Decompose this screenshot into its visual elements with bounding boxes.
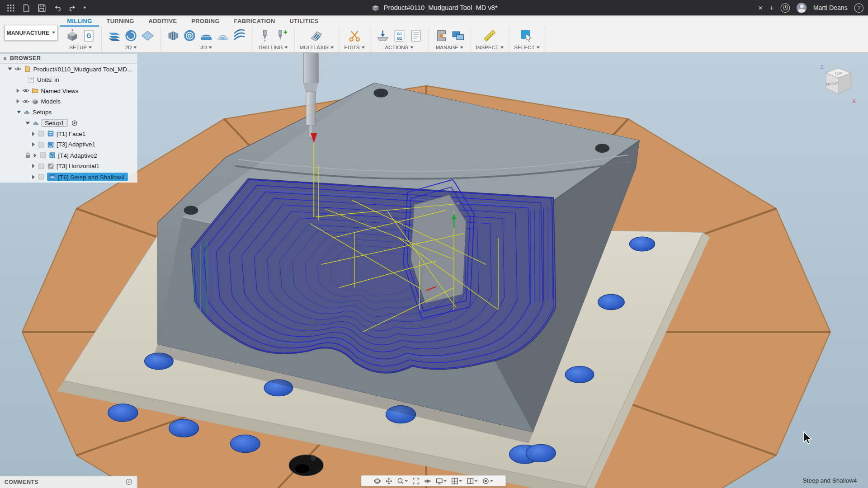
- file-icon[interactable]: [21, 3, 31, 13]
- active-setup-radio-icon[interactable]: [71, 119, 78, 127]
- tree-item-root[interactable]: Product#0110_Mudguard Tool_MD...: [0, 64, 137, 75]
- eye-icon[interactable]: [22, 87, 29, 94]
- display-settings-icon[interactable]: [434, 477, 448, 485]
- post-process-icon[interactable]: G1G2: [392, 28, 406, 43]
- close-tab-icon[interactable]: ×: [758, 4, 763, 12]
- swarf-icon[interactable]: [309, 28, 324, 43]
- mouse-cursor: [803, 432, 814, 445]
- document-icon: [28, 76, 35, 84]
- drill-icon[interactable]: [257, 28, 272, 43]
- adaptive-2d-icon[interactable]: [123, 28, 138, 43]
- help-icon[interactable]: ?: [854, 3, 863, 13]
- steep-and-shallow-icon[interactable]: [199, 28, 214, 43]
- measure-icon[interactable]: [482, 28, 497, 43]
- caret-expanded-icon[interactable]: [25, 122, 30, 124]
- new-tab-icon[interactable]: +: [769, 4, 774, 12]
- viewcube[interactable]: Z X TOP FRONT: [816, 60, 860, 106]
- zoom-icon[interactable]: [395, 477, 410, 485]
- ghost-op-icon: [38, 141, 45, 148]
- comments-bar[interactable]: COMMENTS: [0, 476, 137, 488]
- tree-item-face1[interactable]: [T1] Face1: [0, 128, 137, 139]
- tab-probing[interactable]: PROBING: [184, 15, 226, 26]
- tree-item-horizontal1[interactable]: [T3] Horizontal1: [0, 161, 137, 172]
- ribbon-groups: G SETUP 2D: [60, 27, 545, 53]
- caret-expanded-icon[interactable]: [17, 111, 21, 113]
- viewcube-front-label: FRONT: [826, 82, 838, 87]
- caret-collapsed-icon[interactable]: [32, 142, 35, 147]
- viewports-icon[interactable]: [465, 477, 480, 485]
- face-milling-icon[interactable]: [107, 28, 122, 43]
- tree-item-setups[interactable]: Setups: [0, 107, 137, 117]
- gcode-document-icon[interactable]: G: [81, 28, 96, 43]
- avatar[interactable]: [797, 3, 807, 13]
- caret-collapsed-icon[interactable]: [32, 164, 35, 169]
- setup-sheet-icon[interactable]: [408, 28, 423, 43]
- drilling-dropdown[interactable]: DRILLING: [259, 44, 288, 50]
- tab-turning[interactable]: TURNING: [99, 15, 142, 26]
- undo-icon[interactable]: [52, 3, 62, 13]
- apps-grid-icon[interactable]: [5, 3, 15, 13]
- chamfer-2d-icon[interactable]: [140, 28, 155, 43]
- tap-drill-icon[interactable]: [274, 28, 289, 43]
- user-name[interactable]: Marti Deans: [813, 5, 848, 11]
- tab-additive[interactable]: ADDITIVE: [141, 15, 184, 26]
- selected-operation[interactable]: [T6] Steep and Shallow4: [47, 173, 128, 181]
- orbit-icon[interactable]: [372, 477, 382, 485]
- tab-utilities[interactable]: UTILITIES: [282, 15, 326, 26]
- morph-icon[interactable]: [215, 28, 230, 43]
- caret-expanded-icon[interactable]: [8, 68, 12, 70]
- collapse-panel-icon[interactable]: «: [3, 55, 6, 61]
- workspace-switcher[interactable]: MANUFACTURE: [5, 25, 58, 40]
- tab-fabrication[interactable]: FABRICATION: [227, 15, 283, 26]
- tree-item-named-views[interactable]: Named Views: [0, 85, 137, 96]
- face-operation-icon: [47, 130, 54, 137]
- tree-item-setup1[interactable]: Setup1: [0, 117, 137, 128]
- save-icon[interactable]: [37, 3, 47, 13]
- chevron-down-icon[interactable]: [83, 7, 86, 9]
- select-icon[interactable]: [519, 28, 534, 43]
- group-3d: 3D: [160, 27, 252, 53]
- tree-item-adaptive1[interactable]: [T3] Adaptive1: [0, 139, 137, 150]
- navigation-icon[interactable]: [481, 477, 495, 485]
- caret-collapsed-icon[interactable]: [17, 99, 19, 103]
- multi-axis-dropdown[interactable]: MULTI-AXIS: [299, 44, 333, 50]
- axis-x-label: X: [853, 99, 856, 104]
- flow-icon[interactable]: [232, 28, 247, 43]
- tree-item-units[interactable]: Units: in: [0, 75, 137, 85]
- expand-comments-icon[interactable]: [126, 479, 132, 486]
- actions-dropdown[interactable]: ACTIONS: [385, 44, 414, 50]
- pan-icon[interactable]: [384, 477, 394, 485]
- tree-item-models[interactable]: Models: [0, 96, 137, 107]
- inspect-dropdown[interactable]: INSPECT: [476, 44, 504, 50]
- task-manager-icon[interactable]: [450, 28, 465, 43]
- caret-collapsed-icon[interactable]: [32, 131, 35, 136]
- tab-milling[interactable]: MILLING: [60, 15, 99, 26]
- grid-icon[interactable]: [449, 477, 464, 485]
- group-drilling: DRILLING: [252, 27, 294, 53]
- simulate-icon[interactable]: [375, 28, 390, 43]
- scissors-icon[interactable]: [347, 28, 362, 43]
- caret-collapsed-icon[interactable]: [32, 175, 35, 179]
- tree-item-steep-and-shallow4[interactable]: [T6] Steep and Shallow4: [0, 172, 137, 183]
- look-at-icon[interactable]: [422, 477, 433, 485]
- eye-icon[interactable]: [22, 98, 29, 105]
- pocket-clearing-icon[interactable]: [182, 28, 197, 43]
- manage-dropdown[interactable]: MANAGE: [436, 44, 463, 50]
- fit-icon[interactable]: [411, 477, 421, 485]
- eye-icon[interactable]: [14, 66, 22, 73]
- caret-collapsed-icon[interactable]: [17, 89, 19, 93]
- 3d-dropdown[interactable]: 3D: [200, 44, 212, 50]
- job-status-icon[interactable]: [781, 3, 790, 13]
- browser-header: « BROWSER: [0, 54, 137, 64]
- new-setup-icon[interactable]: [65, 28, 80, 43]
- redo-icon[interactable]: [67, 3, 77, 13]
- caret-collapsed-icon[interactable]: [34, 153, 37, 158]
- 2d-dropdown[interactable]: 2D: [125, 44, 137, 50]
- adaptive-clearing-icon[interactable]: [165, 28, 180, 43]
- select-dropdown[interactable]: SELECT: [514, 44, 539, 50]
- edits-dropdown[interactable]: EDITS: [344, 44, 364, 50]
- tree-item-adaptive2[interactable]: [T4] Adaptive2: [0, 150, 137, 161]
- tree-item-label: [T6] Steep and Shallow4: [58, 174, 125, 180]
- setup-dropdown[interactable]: SETUP: [69, 44, 92, 50]
- tool-library-icon[interactable]: [434, 28, 449, 43]
